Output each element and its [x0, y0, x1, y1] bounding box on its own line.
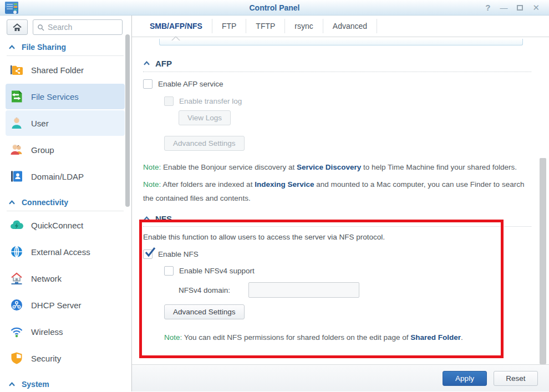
apply-button[interactable]: Apply — [443, 371, 487, 386]
home-button[interactable] — [7, 19, 28, 35]
sidebar-item-user[interactable]: User — [6, 110, 125, 136]
nfsv4-domain-row: NFSv4 domain: — [179, 282, 549, 298]
chevron-up-icon — [8, 44, 16, 50]
tab-ftp[interactable]: FTP — [212, 19, 246, 33]
external-access-icon — [9, 245, 24, 259]
sidebar-section-file-sharing[interactable]: File Sharing — [0, 38, 131, 54]
search-icon — [37, 23, 44, 32]
search-input[interactable] — [48, 23, 118, 32]
sidebar-item-file-services[interactable]: File Services — [6, 84, 125, 109]
control-panel-app-icon — [4, 1, 19, 14]
enable-nfs-row: Enable NFS — [143, 249, 549, 259]
shared-folder-icon — [9, 63, 24, 77]
tab-rsync[interactable]: rsync — [285, 19, 323, 33]
enable-nfsv4-checkbox[interactable] — [164, 266, 174, 276]
sidebar-item-quickconnect[interactable]: QuickConnect — [6, 212, 125, 238]
content-panel: SMB/AFP/NFS FTP TFTP rsync Advanced AFP … — [132, 16, 549, 391]
afp-advanced-settings-button[interactable]: Advanced Settings — [164, 136, 245, 151]
window-title: Control Panel — [0, 3, 549, 12]
search-box[interactable] — [33, 19, 123, 35]
user-icon — [9, 116, 24, 130]
sidebar-scrollbar[interactable] — [125, 34, 130, 207]
file-services-icon — [9, 89, 24, 104]
tab-smb-afp-nfs[interactable]: SMB/AFP/NFS — [140, 19, 212, 33]
dhcp-server-icon — [9, 298, 24, 312]
sidebar-item-shared-folder[interactable]: Shared Folder — [6, 57, 125, 83]
indexing-service-link[interactable]: Indexing Service — [255, 180, 314, 189]
afp-note-service-discovery: Note: Enable the Bonjour service discove… — [143, 160, 534, 174]
help-button[interactable]: ? — [485, 3, 490, 12]
nfs-section-header[interactable]: NFS — [143, 213, 549, 223]
sidebar-section-system[interactable]: System — [0, 372, 131, 391]
domain-ldap-icon — [9, 169, 24, 184]
content-scrollbar[interactable] — [540, 158, 546, 364]
divider — [7, 55, 124, 56]
scrolled-panel-fragment — [159, 39, 523, 45]
quickconnect-icon — [9, 218, 24, 232]
divider — [143, 226, 531, 227]
close-button[interactable]: ✕ — [532, 3, 540, 12]
enable-transfer-log-row: Enable transfer log — [164, 96, 549, 106]
view-logs-button[interactable]: View Logs — [179, 110, 231, 125]
shared-folder-link[interactable]: Shared Folder — [410, 333, 461, 342]
settings-scroll-area: AFP Enable AFP service Enable transfer l… — [132, 37, 549, 364]
tab-bar: SMB/AFP/NFS FTP TFTP rsync Advanced — [132, 16, 549, 37]
divider — [143, 72, 531, 72]
title-bar: Control Panel ? — ✕ — [0, 0, 549, 16]
footer-bar: Apply Reset — [132, 364, 549, 391]
service-discovery-link[interactable]: Service Discovery — [297, 163, 361, 171]
sidebar-item-external-access[interactable]: External Access — [6, 239, 125, 264]
nfsv4-domain-label: NFSv4 domain: — [179, 286, 248, 294]
nfs-note-shared-folder: Note: You can edit NFS permissions for s… — [164, 330, 549, 344]
minimize-button[interactable]: — — [500, 4, 507, 12]
reset-button[interactable]: Reset — [494, 371, 538, 386]
collapse-chevron-icon — [143, 216, 150, 221]
nfsv4-domain-input[interactable] — [248, 282, 359, 298]
tab-tftp[interactable]: TFTP — [246, 19, 285, 33]
sidebar: File Sharing Shared Folder File Services — [0, 16, 132, 391]
sidebar-item-wireless[interactable]: Wireless — [6, 319, 125, 344]
divider — [7, 211, 124, 211]
enable-afp-service-row: Enable AFP service — [143, 79, 549, 89]
sidebar-item-security[interactable]: Security — [6, 345, 125, 371]
afp-section-header[interactable]: AFP — [143, 58, 549, 68]
chevron-up-icon — [8, 200, 16, 205]
security-icon — [9, 351, 24, 365]
network-icon — [9, 271, 24, 286]
enable-transfer-log-checkbox[interactable] — [164, 96, 174, 106]
afp-note-indexing-service: Note: After folders are indexed at Index… — [143, 177, 534, 205]
maximize-button[interactable] — [517, 5, 523, 11]
sidebar-item-domain-ldap[interactable]: Domain/LDAP — [6, 164, 125, 189]
sidebar-item-network[interactable]: Network — [6, 266, 125, 291]
nfs-description: Enable this function to allow users to a… — [143, 233, 549, 241]
wireless-icon — [9, 324, 24, 339]
enable-nfsv4-row: Enable NFSv4 support — [164, 266, 549, 276]
enable-afp-service-checkbox[interactable] — [143, 79, 152, 89]
sidebar-item-group[interactable]: Group — [6, 137, 125, 162]
chevron-up-icon — [8, 381, 16, 387]
nfs-advanced-settings-button[interactable]: Advanced Settings — [164, 304, 245, 319]
sidebar-item-dhcp-server[interactable]: DHCP Server — [6, 292, 125, 318]
sidebar-section-connectivity[interactable]: Connectivity — [0, 190, 131, 210]
home-icon — [12, 23, 22, 32]
enable-nfs-checkbox[interactable] — [143, 250, 152, 259]
tab-advanced[interactable]: Advanced — [323, 19, 377, 33]
collapse-chevron-icon — [143, 60, 150, 66]
group-icon — [9, 142, 24, 157]
